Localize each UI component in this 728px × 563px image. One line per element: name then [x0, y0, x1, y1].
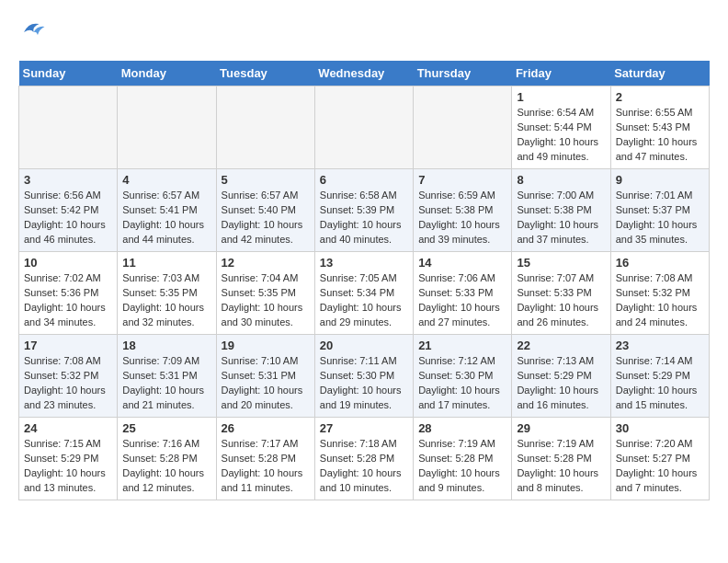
- day-info: Sunrise: 7:16 AMSunset: 5:28 PMDaylight:…: [122, 437, 210, 496]
- day-info: Sunrise: 6:54 AMSunset: 5:44 PMDaylight:…: [517, 106, 605, 165]
- calendar-cell: 10Sunrise: 7:02 AMSunset: 5:36 PMDayligh…: [19, 252, 118, 335]
- day-info: Sunrise: 7:19 AMSunset: 5:28 PMDaylight:…: [418, 437, 506, 496]
- day-number: 11: [122, 256, 210, 270]
- day-number: 2: [616, 90, 704, 104]
- calendar-cell: 12Sunrise: 7:04 AMSunset: 5:35 PMDayligh…: [216, 252, 314, 335]
- week-row-4: 17Sunrise: 7:08 AMSunset: 5:32 PMDayligh…: [19, 335, 710, 418]
- day-info: Sunrise: 7:04 AMSunset: 5:35 PMDaylight:…: [222, 271, 310, 330]
- day-number: 23: [616, 339, 704, 352]
- day-number: 9: [616, 173, 704, 187]
- day-info: Sunrise: 7:07 AMSunset: 5:33 PMDaylight:…: [517, 271, 605, 330]
- calendar-cell: 25Sunrise: 7:16 AMSunset: 5:28 PMDayligh…: [118, 418, 216, 500]
- calendar-cell: 2Sunrise: 6:55 AMSunset: 5:43 PMDaylight…: [610, 86, 709, 169]
- day-number: 20: [320, 339, 408, 352]
- calendar-cell: 21Sunrise: 7:12 AMSunset: 5:30 PMDayligh…: [414, 335, 512, 418]
- day-number: 14: [418, 256, 506, 270]
- day-info: Sunrise: 6:59 AMSunset: 5:38 PMDaylight:…: [418, 189, 506, 247]
- day-info: Sunrise: 7:17 AMSunset: 5:28 PMDaylight:…: [222, 437, 310, 496]
- day-number: 10: [24, 256, 112, 270]
- day-number: 30: [616, 421, 704, 435]
- day-number: 12: [222, 256, 310, 270]
- day-number: 4: [122, 173, 210, 187]
- day-header-monday: Monday: [118, 61, 216, 86]
- day-info: Sunrise: 7:20 AMSunset: 5:27 PMDaylight:…: [616, 437, 704, 496]
- calendar-cell: 13Sunrise: 7:05 AMSunset: 5:34 PMDayligh…: [314, 252, 413, 335]
- day-info: Sunrise: 7:19 AMSunset: 5:28 PMDaylight:…: [517, 437, 605, 496]
- day-number: 24: [24, 421, 112, 435]
- day-info: Sunrise: 7:03 AMSunset: 5:35 PMDaylight:…: [122, 271, 210, 330]
- calendar-cell: [314, 86, 413, 169]
- logo-icon: [18, 18, 46, 46]
- calendar-cell: 8Sunrise: 7:00 AMSunset: 5:38 PMDaylight…: [512, 169, 610, 252]
- day-number: 16: [616, 256, 704, 270]
- day-number: 26: [222, 421, 310, 435]
- day-number: 22: [517, 339, 605, 352]
- day-header-friday: Friday: [512, 61, 610, 86]
- day-info: Sunrise: 7:06 AMSunset: 5:33 PMDaylight:…: [418, 271, 506, 330]
- day-number: 21: [418, 339, 506, 352]
- calendar-cell: 30Sunrise: 7:20 AMSunset: 5:27 PMDayligh…: [610, 418, 709, 500]
- day-header-sunday: Sunday: [19, 61, 118, 86]
- day-number: 25: [122, 421, 210, 435]
- calendar-cell: 6Sunrise: 6:58 AMSunset: 5:39 PMDaylight…: [314, 169, 413, 252]
- day-info: Sunrise: 7:00 AMSunset: 5:38 PMDaylight:…: [517, 189, 605, 247]
- calendar-cell: [414, 86, 512, 169]
- day-info: Sunrise: 6:55 AMSunset: 5:43 PMDaylight:…: [616, 106, 704, 165]
- calendar-cell: 20Sunrise: 7:11 AMSunset: 5:30 PMDayligh…: [314, 335, 413, 418]
- calendar-cell: 18Sunrise: 7:09 AMSunset: 5:31 PMDayligh…: [118, 335, 216, 418]
- day-header-tuesday: Tuesday: [216, 61, 314, 86]
- day-number: 17: [24, 339, 112, 352]
- day-number: 19: [222, 339, 310, 352]
- calendar-cell: 16Sunrise: 7:08 AMSunset: 5:32 PMDayligh…: [610, 252, 709, 335]
- day-number: 28: [418, 421, 506, 435]
- day-header-saturday: Saturday: [610, 61, 709, 86]
- day-number: 7: [418, 173, 506, 187]
- calendar-cell: 3Sunrise: 6:56 AMSunset: 5:42 PMDaylight…: [19, 169, 118, 252]
- calendar-cell: 7Sunrise: 6:59 AMSunset: 5:38 PMDaylight…: [414, 169, 512, 252]
- week-row-1: 1Sunrise: 6:54 AMSunset: 5:44 PMDaylight…: [19, 86, 710, 169]
- day-number: 29: [517, 421, 605, 435]
- day-info: Sunrise: 7:12 AMSunset: 5:30 PMDaylight:…: [418, 354, 506, 413]
- day-info: Sunrise: 7:13 AMSunset: 5:29 PMDaylight:…: [517, 354, 605, 413]
- day-info: Sunrise: 7:09 AMSunset: 5:31 PMDaylight:…: [122, 354, 210, 413]
- calendar-cell: [216, 86, 314, 169]
- day-number: 5: [222, 173, 310, 187]
- day-info: Sunrise: 7:10 AMSunset: 5:31 PMDaylight:…: [222, 354, 310, 413]
- day-number: 3: [24, 173, 112, 187]
- calendar-cell: 22Sunrise: 7:13 AMSunset: 5:29 PMDayligh…: [512, 335, 610, 418]
- week-row-5: 24Sunrise: 7:15 AMSunset: 5:29 PMDayligh…: [19, 418, 710, 500]
- page-header: [18, 18, 710, 46]
- day-info: Sunrise: 6:57 AMSunset: 5:41 PMDaylight:…: [122, 189, 210, 247]
- calendar-cell: [19, 86, 118, 169]
- week-row-3: 10Sunrise: 7:02 AMSunset: 5:36 PMDayligh…: [19, 252, 710, 335]
- day-number: 8: [517, 173, 605, 187]
- day-number: 27: [320, 421, 408, 435]
- day-info: Sunrise: 7:05 AMSunset: 5:34 PMDaylight:…: [320, 271, 408, 330]
- day-number: 6: [320, 173, 408, 187]
- day-number: 13: [320, 256, 408, 270]
- calendar-cell: 15Sunrise: 7:07 AMSunset: 5:33 PMDayligh…: [512, 252, 610, 335]
- day-info: Sunrise: 7:08 AMSunset: 5:32 PMDaylight:…: [616, 271, 704, 330]
- calendar-cell: 24Sunrise: 7:15 AMSunset: 5:29 PMDayligh…: [19, 418, 118, 500]
- header-row: SundayMondayTuesdayWednesdayThursdayFrid…: [19, 61, 710, 86]
- calendar-cell: 23Sunrise: 7:14 AMSunset: 5:29 PMDayligh…: [610, 335, 709, 418]
- calendar-cell: 17Sunrise: 7:08 AMSunset: 5:32 PMDayligh…: [19, 335, 118, 418]
- day-header-wednesday: Wednesday: [314, 61, 413, 86]
- day-number: 18: [122, 339, 210, 352]
- calendar-cell: 14Sunrise: 7:06 AMSunset: 5:33 PMDayligh…: [414, 252, 512, 335]
- calendar-cell: 26Sunrise: 7:17 AMSunset: 5:28 PMDayligh…: [216, 418, 314, 500]
- calendar-cell: [118, 86, 216, 169]
- day-info: Sunrise: 6:58 AMSunset: 5:39 PMDaylight:…: [320, 189, 408, 247]
- day-info: Sunrise: 7:08 AMSunset: 5:32 PMDaylight:…: [24, 354, 112, 413]
- calendar-cell: 5Sunrise: 6:57 AMSunset: 5:40 PMDaylight…: [216, 169, 314, 252]
- day-header-thursday: Thursday: [414, 61, 512, 86]
- day-number: 15: [517, 256, 605, 270]
- calendar-cell: 1Sunrise: 6:54 AMSunset: 5:44 PMDaylight…: [512, 86, 610, 169]
- day-number: 1: [517, 90, 605, 104]
- calendar-cell: 11Sunrise: 7:03 AMSunset: 5:35 PMDayligh…: [118, 252, 216, 335]
- calendar-cell: 4Sunrise: 6:57 AMSunset: 5:41 PMDaylight…: [118, 169, 216, 252]
- day-info: Sunrise: 7:15 AMSunset: 5:29 PMDaylight:…: [24, 437, 112, 496]
- calendar-cell: 19Sunrise: 7:10 AMSunset: 5:31 PMDayligh…: [216, 335, 314, 418]
- day-info: Sunrise: 7:14 AMSunset: 5:29 PMDaylight:…: [616, 354, 704, 413]
- day-info: Sunrise: 7:02 AMSunset: 5:36 PMDaylight:…: [24, 271, 112, 330]
